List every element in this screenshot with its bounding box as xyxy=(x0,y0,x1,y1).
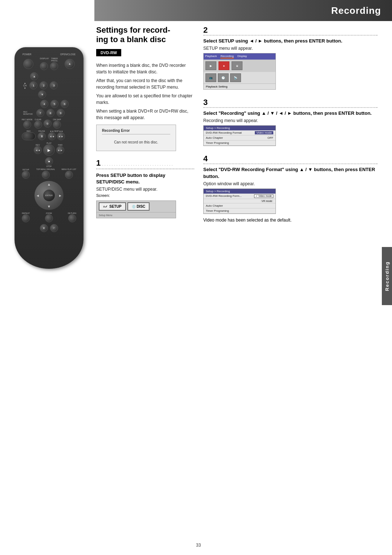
rec-row-1: DVD-RW Recording Format Video mode xyxy=(204,130,275,135)
intro-para-1: When inserting a blank disc, the DVD rec… xyxy=(96,62,194,75)
step4-divider xyxy=(203,163,377,164)
num1-button[interactable]: 1 xyxy=(29,81,37,89)
side-recording-tab: Recording xyxy=(382,247,392,305)
step2-number: 2 xyxy=(203,25,208,35)
num2-button[interactable]: 2 xyxy=(40,81,48,89)
top-menu-label: TOP MENU ORIGINAL xyxy=(36,169,55,171)
open-close-label: OPEN/CLOSE xyxy=(60,53,75,56)
page-number: 33 xyxy=(196,543,201,548)
step3-sub: Recording menu will appear. xyxy=(203,118,377,123)
nav-down-button[interactable]: ▼ xyxy=(47,204,51,208)
setup-btn-text: SETUP xyxy=(109,204,121,208)
setup-screen-mockup: ≡✓ SETUP 💿 DISC Setup Menu xyxy=(96,200,176,218)
repeat-button[interactable] xyxy=(22,214,30,222)
disc-btn-visual: 💿 DISC xyxy=(127,202,150,211)
pause-button[interactable]: ⏸ xyxy=(38,132,46,140)
icon-clock: 🕐 xyxy=(218,73,229,82)
setup-icons-row: ▶ ● 🖥 xyxy=(204,60,275,72)
setup-button[interactable] xyxy=(22,171,30,179)
open-close-button[interactable]: ▲ xyxy=(65,59,75,69)
step3-heading: Select "Recording" using ▲ / ▼ / ◄ / ► b… xyxy=(203,110,377,117)
timer-prog-button[interactable] xyxy=(50,62,58,70)
play-button[interactable]: ▶ xyxy=(43,144,55,156)
enter-center-button[interactable]: ENTER xyxy=(43,190,55,201)
step2-sub: SETUP menu will appear. xyxy=(203,46,377,51)
error-box-title: Recording Error xyxy=(102,129,170,134)
step1-dots: 1 .............................. xyxy=(96,158,194,169)
ch-up-button[interactable]: ▲ xyxy=(30,72,38,80)
setup-menu-bar: Playback Recording Display xyxy=(204,53,275,60)
step2-heading: Select SETUP using ◄ / ► buttons, then p… xyxy=(203,38,377,44)
num9-button[interactable]: 9 xyxy=(57,109,65,117)
top-menu-button[interactable] xyxy=(42,171,50,179)
clear-button[interactable] xyxy=(34,121,42,129)
stop-button[interactable]: ■ xyxy=(45,157,53,165)
setup-menu-screenshot: Playback Recording Display ▶ ● 🖥 📺 🕐 📡 P… xyxy=(203,53,276,90)
setup-menu-label: Setup Menu xyxy=(99,214,113,216)
rec-mode-button[interactable] xyxy=(23,121,31,129)
power-button[interactable] xyxy=(23,59,33,69)
content-left: Settings for record- ing to a blank disc… xyxy=(96,25,194,226)
rec-monitor-label: RECMONITOR xyxy=(23,111,33,115)
tab-recording: Recording xyxy=(220,54,233,58)
step4-number: 4 xyxy=(203,154,208,163)
page-title: Recording xyxy=(331,5,381,16)
step-2-block: 2 Select SETUP using ◄ / ► buttons, then… xyxy=(203,25,377,90)
setup-menu-bottom-label: Playback Setting xyxy=(204,84,275,89)
rec-menu-header: Setup > Recording xyxy=(204,126,275,130)
nav-enter2-button[interactable]: ↵ xyxy=(50,224,58,232)
step-3-block: 3 Select "Recording" using ▲ / ▼ / ◄ / ►… xyxy=(203,98,377,146)
step3-divider xyxy=(203,107,377,108)
display-button[interactable] xyxy=(40,62,48,70)
step-4-block: 4 Select "DVD-RW Recording Format" using… xyxy=(203,154,377,223)
dvd-rw-badge: DVD-RW xyxy=(96,49,121,56)
setup-btn-visual: ≡✓ SETUP xyxy=(99,202,126,211)
opt-row-1: DVD-RW Recording Form... ✓ Video mode xyxy=(204,194,275,199)
step1-sub: SETUP/DISC menu will appear. xyxy=(96,187,194,192)
rec-button[interactable] xyxy=(22,132,36,140)
icon-display: 🖥 xyxy=(232,61,242,70)
num5-button[interactable]: 5 xyxy=(50,100,58,108)
step-1-block: 1 .............................. Press S… xyxy=(96,158,194,218)
opt-row-4: Timer Programing xyxy=(204,208,275,214)
zoom-button[interactable] xyxy=(45,214,53,222)
rec-row-2: Auto Chapter OFF xyxy=(204,135,275,141)
icon-rec-dot: ● xyxy=(219,61,229,70)
error-box-message: Can not record on this disc. xyxy=(102,137,170,147)
timer-label: TIMERPROG. xyxy=(51,57,58,62)
skip-fwd-button[interactable]: ►► xyxy=(57,132,65,140)
remote-body: POWER OPEN/CLOSE DISPLAY TIMERPROG. ▲ xyxy=(15,47,83,269)
enter-label: ENTER xyxy=(45,194,53,197)
cm-skip-button[interactable] xyxy=(53,121,61,129)
nav-up-button[interactable]: ▲ xyxy=(47,182,51,186)
recording-menu-screenshot: Setup > Recording DVD-RW Recording Forma… xyxy=(203,125,276,146)
header-bar: Recording xyxy=(94,0,392,21)
nav-right-button[interactable]: ► xyxy=(58,194,62,198)
intro-para-3: You are allowed to set a specified time … xyxy=(96,93,194,106)
step2-divider xyxy=(203,35,377,36)
stop-label: STOP xyxy=(46,165,52,167)
menu-button[interactable] xyxy=(65,171,73,179)
intro-para-2: After that, you can record to the disc w… xyxy=(96,77,194,90)
step2-dots-container: 2 xyxy=(203,25,377,35)
fwd-button[interactable]: ►► xyxy=(56,146,64,154)
step3-dots-container: 3 xyxy=(203,98,377,107)
menu-label: MENU PLAY LIST xyxy=(62,169,76,171)
skip-rev-button[interactable]: ◄◄ xyxy=(48,132,56,140)
num7-button[interactable]: 7 xyxy=(36,109,44,117)
num4-button[interactable]: 4 xyxy=(40,100,48,108)
num0-button[interactable]: 0 xyxy=(44,119,52,127)
nav-left-button[interactable]: ◄ xyxy=(36,194,40,198)
num6-button[interactable]: 6 xyxy=(61,100,69,108)
num8-button[interactable]: 8 xyxy=(46,109,54,117)
power-label: POWER xyxy=(23,53,32,56)
ch-down-button[interactable]: ▼ xyxy=(38,90,46,98)
num3-button[interactable]: 3 xyxy=(50,81,58,89)
display-label: DISPLAY xyxy=(40,57,49,62)
step1-number: 1 xyxy=(96,158,101,167)
rev-button[interactable]: ◄◄ xyxy=(34,146,42,154)
return-button[interactable] xyxy=(68,214,76,222)
nav-down2-button[interactable]: ▼ xyxy=(40,224,48,232)
step1-screen-label: Screen: xyxy=(96,193,194,198)
remote-control: POWER OPEN/CLOSE DISPLAY TIMERPROG. ▲ xyxy=(15,47,91,272)
